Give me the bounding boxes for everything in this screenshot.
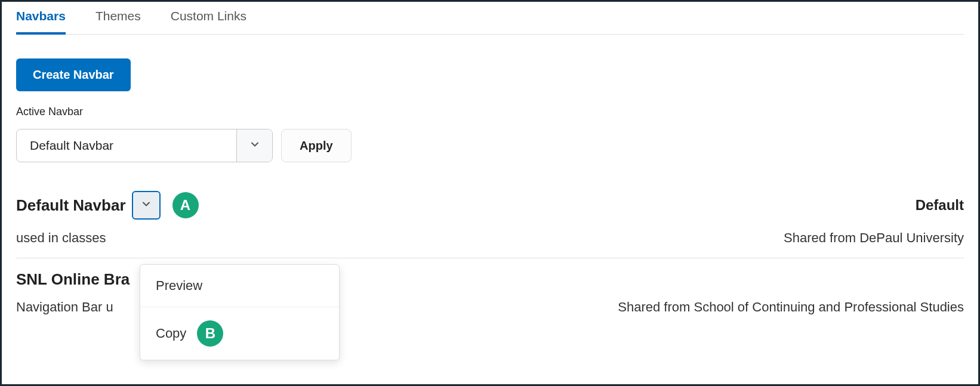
- menu-item-label: Preview: [156, 278, 202, 294]
- menu-item-label: Copy: [156, 326, 186, 341]
- menu-item-copy[interactable]: Copy B: [140, 307, 339, 360]
- row-top: Default Navbar A Default: [16, 191, 964, 220]
- tab-label: Themes: [95, 9, 141, 23]
- navbar-shared: Shared from DePaul University: [784, 230, 964, 246]
- chevron-down-icon: [140, 198, 152, 212]
- tab-navbars[interactable]: Navbars: [16, 2, 66, 34]
- tab-label: Navbars: [16, 9, 66, 23]
- button-label: Create Navbar: [33, 68, 114, 81]
- active-navbar-label: Active Navbar: [16, 106, 964, 118]
- callout-badge-b: B: [197, 320, 223, 347]
- active-navbar-select[interactable]: Default Navbar: [16, 129, 273, 162]
- active-navbar-row: Default Navbar Apply: [16, 129, 964, 162]
- navbar-description: Navigation Bar u: [16, 299, 113, 315]
- app-frame: Navbars Themes Custom Links Create Navba…: [0, 0, 980, 386]
- select-value: Default Navbar: [17, 129, 236, 162]
- menu-item-preview[interactable]: Preview: [140, 265, 339, 307]
- button-label: Apply: [300, 139, 333, 152]
- apply-button[interactable]: Apply: [281, 129, 352, 162]
- tab-label: Custom Links: [171, 9, 246, 23]
- navbar-title[interactable]: Default Navbar: [16, 196, 126, 215]
- navbar-description: used in classes: [16, 230, 106, 246]
- select-caret[interactable]: [236, 129, 272, 162]
- navbar-shared: Shared from School of Continuing and Pro…: [618, 299, 964, 315]
- navbar-title[interactable]: SNL Online Bra: [16, 270, 130, 289]
- navbar-actions-toggle[interactable]: [132, 191, 161, 220]
- row-title-wrap: SNL Online Bra: [16, 270, 130, 289]
- row-title-wrap: Default Navbar A: [16, 191, 199, 220]
- tab-bar: Navbars Themes Custom Links: [16, 2, 964, 35]
- chevron-down-icon: [249, 138, 261, 153]
- create-navbar-button[interactable]: Create Navbar: [16, 58, 131, 91]
- tab-themes[interactable]: Themes: [95, 2, 141, 34]
- navbar-status: Default: [916, 197, 964, 213]
- navbar-actions-menu: Preview Copy B: [140, 264, 340, 360]
- row-right: Default: [916, 197, 964, 214]
- row-bottom: used in classes Shared from DePaul Unive…: [16, 220, 964, 246]
- callout-badge-a: A: [172, 192, 199, 218]
- list-item: Default Navbar A Default used in classes: [16, 191, 964, 258]
- tab-custom-links[interactable]: Custom Links: [171, 2, 246, 34]
